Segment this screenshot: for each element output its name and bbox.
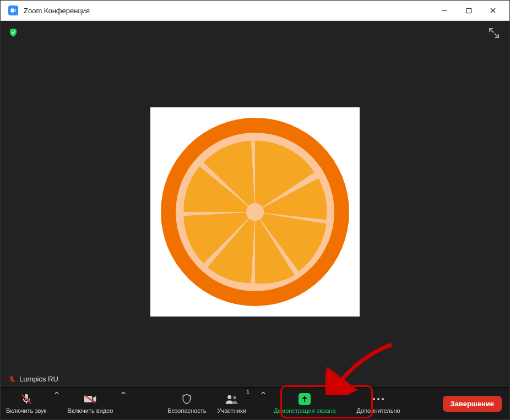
dots-icon	[372, 397, 385, 401]
participant-name-text: Lumpics RU	[19, 375, 58, 383]
svg-point-11	[227, 395, 231, 399]
audio-label: Включить звук	[6, 407, 46, 414]
orange-fruit-icon	[156, 113, 354, 311]
window-title: Zoom Конференция	[24, 7, 432, 15]
share-screen-icon	[299, 393, 311, 405]
share-options-caret[interactable]	[341, 385, 351, 420]
svg-point-6	[246, 203, 264, 221]
mic-muted-icon	[8, 375, 16, 383]
encryption-shield-icon[interactable]	[8, 28, 18, 37]
audio-button[interactable]: Включить звук	[1, 388, 52, 419]
more-button[interactable]: Дополнительно	[351, 388, 405, 419]
participant-name-label: Lumpics RU	[8, 375, 58, 383]
fullscreen-icon[interactable]	[487, 26, 501, 40]
participants-options-caret[interactable]	[258, 385, 268, 420]
close-button[interactable]	[481, 1, 505, 20]
svg-point-12	[233, 396, 236, 400]
end-label: Завершение	[451, 400, 495, 408]
window-controls	[432, 1, 505, 20]
svg-point-15	[382, 398, 384, 400]
participants-count: 1	[246, 389, 249, 395]
app-window: Zoom Конференция	[0, 0, 510, 420]
share-label: Демонстрация экрана	[274, 407, 335, 414]
participant-avatar	[150, 107, 360, 317]
minimize-button[interactable]	[432, 1, 457, 20]
shield-icon	[181, 393, 192, 405]
video-area	[1, 21, 509, 419]
zoom-app-icon	[8, 6, 18, 15]
svg-rect-9	[84, 396, 93, 402]
meeting-toolbar: Включить звук Включить видео	[1, 387, 509, 419]
security-button[interactable]: Безопасность	[162, 388, 211, 419]
end-meeting-button[interactable]: Завершение	[443, 396, 502, 412]
video-off-icon	[84, 394, 97, 405]
titlebar: Zoom Конференция	[1, 1, 509, 21]
more-label: Дополнительно	[356, 407, 400, 414]
video-options-caret[interactable]	[118, 385, 128, 420]
svg-point-13	[373, 398, 375, 400]
svg-point-14	[377, 398, 379, 400]
participants-label: Участники	[217, 407, 246, 414]
maximize-button[interactable]	[457, 1, 481, 20]
share-screen-button[interactable]: Демонстрация экрана	[268, 388, 341, 419]
meeting-content: Lumpics RU Включить звук	[1, 21, 509, 419]
video-button[interactable]: Включить видео	[62, 388, 118, 419]
video-label: Включить видео	[67, 407, 113, 414]
svg-rect-1	[466, 8, 471, 13]
audio-options-caret[interactable]	[52, 385, 62, 420]
participants-button[interactable]: 1 Участники	[211, 388, 258, 419]
mic-off-icon	[20, 393, 32, 405]
security-label: Безопасность	[167, 407, 206, 414]
participants-icon	[225, 394, 239, 405]
